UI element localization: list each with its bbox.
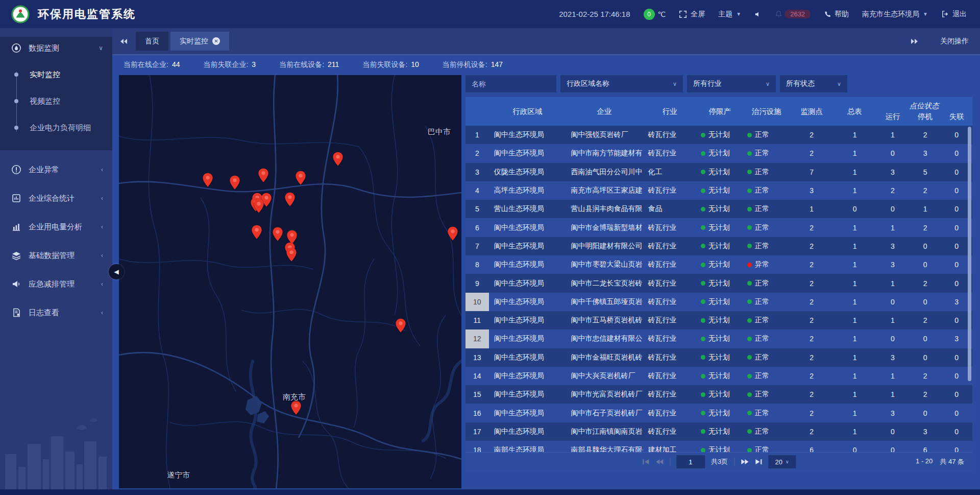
map-pin[interactable]: [290, 400, 302, 416]
table-row[interactable]: 11阆中生态环境局阆中市五马桥页岩机砖砖瓦行业无计划正常21120: [465, 311, 972, 329]
map-pin[interactable]: [272, 227, 283, 242]
status-dot-icon: [747, 448, 752, 452]
cell-limit-status: 无计划: [697, 297, 743, 307]
cell-industry: 砖瓦行业: [643, 371, 697, 381]
status-dot-icon: [747, 411, 752, 415]
map-pin[interactable]: [202, 172, 213, 187]
table-row[interactable]: 10阆中生态环境局阆中千佛镇五郎垭页岩砖瓦行业无计划正常21003: [465, 293, 972, 311]
cell-running: 3: [876, 353, 910, 362]
table-row[interactable]: 17阆中生态环境局阆中市江南镇阆南页岩砖瓦行业无计划正常21030: [465, 422, 972, 441]
theme-dropdown[interactable]: 主题▼: [718, 10, 741, 19]
cell-offline: 0: [941, 409, 972, 417]
phone-icon: [824, 11, 831, 18]
tab-home[interactable]: 首页: [136, 32, 168, 51]
map-pin[interactable]: [332, 152, 344, 167]
table-row[interactable]: 16阆中生态环境局阆中市石子页岩机砖厂砖瓦行业无计划正常21300: [465, 404, 972, 422]
cell-running: 3: [876, 168, 910, 176]
cell-region: 阆中生态环境局: [489, 149, 566, 158]
temperature-widget: 0 ℃: [644, 9, 666, 20]
tabs-scroll-left-button[interactable]: [119, 38, 128, 44]
cell-meters: 1: [834, 186, 876, 195]
cell-meters: 1: [834, 279, 876, 288]
table-row[interactable]: 14阆中生态环境局阆中大兴页岩机砖厂砖瓦行业无计划正常21120: [465, 367, 972, 385]
sidebar-item-company-statistics[interactable]: 企业综合统计 ‹: [0, 184, 112, 213]
map-pin[interactable]: [229, 175, 240, 191]
cell-region: 阆中生态环境局: [489, 334, 566, 343]
table-row[interactable]: 8阆中生态环境局阆中市枣碧大梁山页岩砖瓦行业无计划异常21300: [465, 255, 972, 274]
region-filter-select[interactable]: 行政区域名称 ∨: [560, 75, 683, 92]
cell-running: 1: [876, 131, 910, 139]
cell-facility-status: 正常: [743, 427, 790, 436]
first-page-button[interactable]: [642, 459, 649, 465]
close-operations-dropdown[interactable]: 关闭操作: [940, 37, 969, 46]
sidebar-item-power-analysis[interactable]: 企业用电量分析 ‹: [0, 213, 112, 241]
map-pin[interactable]: [284, 192, 296, 207]
notification-button[interactable]: 2632: [775, 10, 811, 18]
sidebar-item-realtime-monitor[interactable]: 实时监控: [0, 61, 112, 88]
map-pin[interactable]: [286, 247, 297, 262]
row-index: 16: [465, 404, 489, 422]
table-row[interactable]: 15阆中生态环境局阆中市光富页岩机砖厂砖瓦行业无计划正常21120: [465, 385, 972, 404]
tab-realtime-monitor[interactable]: 实时监控 ✕: [170, 32, 229, 51]
next-page-button[interactable]: [741, 459, 749, 465]
last-page-button[interactable]: [755, 459, 762, 465]
logout-button[interactable]: 退出: [941, 10, 967, 19]
cell-facility-status: 正常: [743, 371, 790, 381]
sidebar-item-company-abnormal[interactable]: 企业异常 ‹: [0, 155, 112, 184]
table-row[interactable]: 6阆中生态环境局阆中市金博瑞新型墙材砖瓦行业无计划正常21120: [465, 218, 972, 237]
sidebar-item-video-monitor[interactable]: 视频监控: [0, 88, 112, 114]
map-pin[interactable]: [258, 168, 269, 183]
sidebar-item-data-monitor[interactable]: 数据监测 ∨: [0, 37, 112, 59]
map-pin[interactable]: [251, 225, 262, 240]
status-dot-icon: [701, 429, 705, 434]
table-row[interactable]: 12阆中生态环境局阆中市忠信建材有限公砖瓦行业无计划正常21003: [465, 329, 972, 348]
cell-region: 阆中生态环境局: [489, 260, 566, 269]
industry-filter-select[interactable]: 所有行业 ∨: [687, 75, 776, 92]
temperature-unit: ℃: [658, 10, 666, 18]
map-pin[interactable]: [253, 199, 264, 214]
cell-industry: 砖瓦行业: [643, 316, 697, 325]
table-row[interactable]: 9阆中生态环境局阆中市二龙长宝页岩砖砖瓦行业无计划正常21120: [465, 274, 972, 292]
tabs-scroll-right-button[interactable]: [911, 38, 919, 44]
cell-region: 阆中生态环境局: [489, 409, 566, 418]
prev-page-button[interactable]: [655, 459, 664, 465]
map-pin[interactable]: [447, 226, 458, 241]
map-panel[interactable]: 巴中市南充市遂宁市: [119, 75, 461, 488]
map-pin[interactable]: [395, 318, 406, 334]
pagination-summary: 1 - 20 共 47 条: [916, 457, 972, 466]
sidebar-collapse-handle[interactable]: ◀: [109, 264, 124, 279]
table-row[interactable]: 18南部生态环境局南部县魏华大理石有限公建材加工无计划正常60060: [465, 441, 972, 452]
table-row[interactable]: 5营山生态环境局营山县润丰肉食品有限食品无计划正常10010: [465, 200, 972, 218]
cell-stopped: 3: [910, 149, 941, 157]
page-number-input[interactable]: [676, 455, 705, 468]
cell-meters: 1: [834, 298, 876, 306]
name-filter-input[interactable]: [465, 75, 556, 92]
org-dropdown[interactable]: 南充市生态环境局▼: [862, 10, 928, 19]
table-row[interactable]: 4高坪生态环境局南充市高坪区王家店建砖瓦行业无计划正常31220: [465, 181, 972, 200]
sidebar-item-log-view[interactable]: 日志查看 ‹: [0, 298, 112, 327]
cell-limit-status: 无计划: [697, 334, 743, 343]
sidebar-item-power-load-detail[interactable]: 企业电力负荷明细: [0, 114, 112, 141]
bullet-dot-icon: [14, 73, 18, 77]
fullscreen-button[interactable]: 全屏: [679, 10, 705, 19]
tab-close-icon[interactable]: ✕: [212, 37, 220, 45]
map-pin[interactable]: [295, 170, 306, 185]
cell-points: 2: [790, 353, 833, 362]
sidebar-item-emergency-reduction[interactable]: 应急减排管理 ‹: [0, 270, 112, 298]
cell-running: 1: [876, 224, 910, 232]
mute-button[interactable]: [754, 11, 762, 18]
table-row[interactable]: 3仪陇生态环境局西南油气田分公司川中化工无计划正常71350: [465, 163, 972, 181]
table-row[interactable]: 2阆中生态环境局阆中市南方节能建材有砖瓦行业无计划正常21030: [465, 144, 972, 162]
status-filter-select[interactable]: 所有状态 ∨: [780, 75, 847, 92]
cell-points: 2: [790, 279, 833, 288]
cell-points: 2: [790, 316, 833, 324]
help-button[interactable]: 帮助: [824, 10, 849, 19]
table-row[interactable]: 13阆中生态环境局阆中市金福旺页岩机砖砖瓦行业无计划正常21300: [465, 348, 972, 367]
table-row[interactable]: 1阆中生态环境局阆中强锐页岩砖厂砖瓦行业无计划正常21120: [465, 126, 972, 144]
page-size-select[interactable]: 20 ∨: [768, 455, 796, 468]
sidebar-item-base-data[interactable]: 基础数据管理 ‹: [0, 241, 112, 270]
table-scrollbar[interactable]: [968, 127, 971, 381]
table-row[interactable]: 7阆中生态环境局阆中明阳建材有限公司砖瓦行业无计划正常21300: [465, 237, 972, 255]
pagination-bar: 共3页 20 ∨: [465, 452, 972, 471]
status-dot-icon: [747, 151, 752, 156]
